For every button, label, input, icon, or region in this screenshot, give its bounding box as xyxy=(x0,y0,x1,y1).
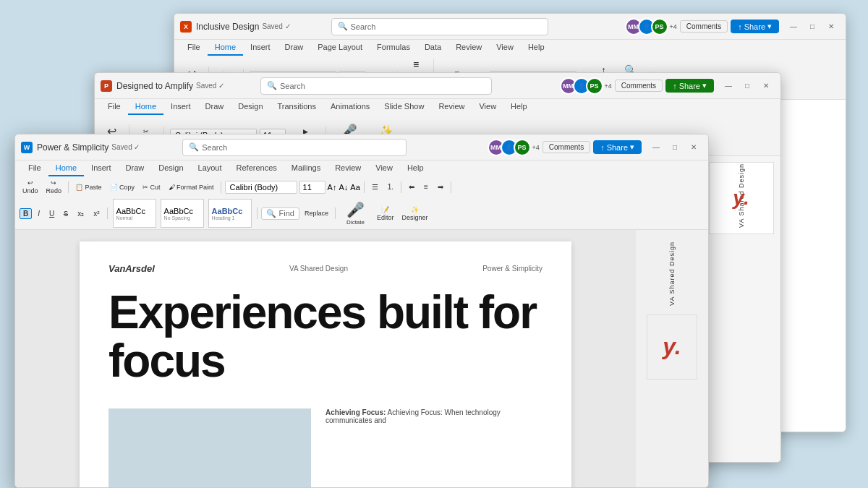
tab-home-amplify[interactable]: Home xyxy=(128,99,163,115)
tab-help-inclusive[interactable]: Help xyxy=(521,40,552,56)
tab-view-inclusive[interactable]: View xyxy=(489,40,521,56)
align-left-inclusive[interactable]: ≡ xyxy=(413,59,419,70)
comments-button-inclusive[interactable]: Comments xyxy=(680,20,728,33)
window-controls-amplify: — □ ✕ xyxy=(720,80,775,93)
underline-power[interactable]: U xyxy=(46,208,58,219)
maximize-button-amplify[interactable]: □ xyxy=(739,80,756,93)
change-case-power[interactable]: Aa xyxy=(350,183,359,192)
amplify-right-panel: VA Shared Design y. xyxy=(701,156,780,463)
minimize-button-amplify[interactable]: — xyxy=(720,80,737,93)
close-button-power[interactable]: ✕ xyxy=(685,141,702,154)
tab-file-amplify[interactable]: File xyxy=(101,99,128,115)
font-size-power[interactable]: 11 xyxy=(299,181,326,194)
maximize-button-inclusive[interactable]: □ xyxy=(804,20,821,33)
style-normal-power[interactable]: AaBbCc Normal xyxy=(113,199,156,228)
editor-button-power[interactable]: 📝 Editor xyxy=(374,205,397,223)
share-icon-inclusive: ↑ xyxy=(738,22,742,31)
align-left-power[interactable]: ⬅ xyxy=(405,181,418,192)
sep3-power xyxy=(364,181,365,193)
minimize-button-inclusive[interactable]: — xyxy=(785,20,802,33)
tab-layout-power[interactable]: Layout xyxy=(191,160,229,176)
share-button-amplify[interactable]: ↑ Share ▾ xyxy=(665,79,714,93)
tab-slideshow-amplify[interactable]: Slide Show xyxy=(377,99,431,115)
strikethrough-power[interactable]: S̶ xyxy=(60,208,72,219)
align-right-power[interactable]: ➡ xyxy=(434,181,447,192)
window-power-simplicity[interactable]: W Power & Simplicity Saved ✓ 🔍 Search MM… xyxy=(14,134,709,488)
tab-view-power[interactable]: View xyxy=(368,160,400,176)
format-paint-power[interactable]: 🖌 Format Paint xyxy=(166,182,217,192)
tab-insert-power[interactable]: Insert xyxy=(84,160,119,176)
tab-design-power[interactable]: Design xyxy=(151,160,190,176)
share-icon-power: ↑ xyxy=(600,143,605,152)
tab-design-amplify[interactable]: Design xyxy=(231,99,270,115)
font-size-down-power[interactable]: A↓ xyxy=(339,183,348,192)
avatar-ps: PS xyxy=(651,18,668,35)
doc-name-amplify: Designed to Amplify xyxy=(116,81,193,91)
tab-animations-amplify[interactable]: Animations xyxy=(323,99,377,115)
tab-draw-inclusive[interactable]: Draw xyxy=(278,40,311,56)
tab-draw-power[interactable]: Draw xyxy=(119,160,152,176)
tab-help-power[interactable]: Help xyxy=(400,160,431,176)
find-bar-power[interactable]: 🔍 Find xyxy=(261,207,299,220)
superscript-power[interactable]: x² xyxy=(90,208,103,219)
tab-references-power[interactable]: References xyxy=(229,160,284,176)
tab-draw-amplify[interactable]: Draw xyxy=(198,99,231,115)
tab-pagelayout-inclusive[interactable]: Page Layout xyxy=(310,40,370,56)
titlebar-actions-power: MM 👤 PS +4 Comments ↑ Share ▾ — □ ✕ xyxy=(488,139,702,156)
dictate-group-power: 🎤 Dictate xyxy=(339,200,372,227)
style-heading1-power[interactable]: AaBbCc Heading 1 xyxy=(208,199,252,228)
paste-button-power[interactable]: 📋 Paste xyxy=(72,182,105,192)
ribbon-tabs-inclusive: File Home Insert Draw Page Layout Formul… xyxy=(174,40,846,56)
font-dropdown-power[interactable]: Calibri (Body) xyxy=(225,181,297,194)
tab-home-inclusive[interactable]: Home xyxy=(208,40,243,56)
search-placeholder-inclusive: Search xyxy=(351,22,376,31)
search-box-amplify[interactable]: 🔍 Search xyxy=(260,77,492,95)
tab-insert-inclusive[interactable]: Insert xyxy=(243,40,278,56)
sep2-power xyxy=(221,181,221,193)
tab-file-power[interactable]: File xyxy=(21,160,48,176)
share-button-inclusive[interactable]: ↑ Share ▾ xyxy=(731,20,779,33)
copy-button-power[interactable]: 📄 Copy xyxy=(107,182,138,192)
tab-insert-amplify[interactable]: Insert xyxy=(163,99,198,115)
bold-power[interactable]: B xyxy=(20,208,32,219)
redo-button-power[interactable]: ↪ Redo xyxy=(43,178,65,196)
titlebar-power: W Power & Simplicity Saved ✓ 🔍 Search MM… xyxy=(15,134,708,160)
tab-view-amplify[interactable]: View xyxy=(472,99,503,115)
bullet-list-power[interactable]: ☰ xyxy=(368,181,382,192)
comments-button-amplify[interactable]: Comments xyxy=(615,80,663,92)
avatar-count-amplify: +4 xyxy=(605,82,612,90)
subscript-power[interactable]: x₂ xyxy=(74,208,88,219)
search-box-power[interactable]: 🔍 Search xyxy=(182,139,407,156)
share-button-power[interactable]: ↑ Share ▾ xyxy=(593,140,642,154)
align-center-power[interactable]: ≡ xyxy=(420,181,432,192)
minimize-button-power[interactable]: — xyxy=(647,141,665,154)
undo-button-power[interactable]: ↩ Undo xyxy=(20,178,41,196)
replace-button-power[interactable]: Replace xyxy=(302,208,331,218)
close-button-inclusive[interactable]: ✕ xyxy=(822,20,840,33)
tab-file-inclusive[interactable]: File xyxy=(180,40,208,56)
close-button-amplify[interactable]: ✕ xyxy=(757,80,775,93)
window-controls-inclusive: — □ ✕ xyxy=(785,20,840,33)
italic-power[interactable]: I xyxy=(34,208,43,219)
tab-review-amplify[interactable]: Review xyxy=(431,99,472,115)
numbered-list-power[interactable]: 1. xyxy=(384,181,397,192)
tab-home-power[interactable]: Home xyxy=(48,160,84,176)
font-size-up-power[interactable]: A↑ xyxy=(328,183,337,192)
share-chevron-power: ▾ xyxy=(630,142,634,152)
amplify-thumbnail: VA Shared Design y. xyxy=(709,162,774,234)
tab-data-inclusive[interactable]: Data xyxy=(417,40,448,56)
tab-transitions-amplify[interactable]: Transitions xyxy=(271,99,323,115)
dictate-button-power[interactable]: 🎤 Dictate xyxy=(344,200,367,227)
cut-button-power[interactable]: ✂ Cut xyxy=(140,182,163,192)
tab-help-amplify[interactable]: Help xyxy=(503,99,535,115)
tab-formulas-inclusive[interactable]: Formulas xyxy=(370,40,417,56)
tab-mailings-power[interactable]: Mailings xyxy=(284,160,328,176)
comments-button-power[interactable]: Comments xyxy=(542,141,590,153)
style-no-spacing-power[interactable]: AaBbCc No Spacing xyxy=(161,199,204,228)
tab-review-power[interactable]: Review xyxy=(328,160,368,176)
share-chevron-inclusive: ▾ xyxy=(767,22,772,31)
designer-button-power[interactable]: ✨ Designer xyxy=(399,205,431,223)
search-box-inclusive[interactable]: 🔍 Search xyxy=(331,18,548,35)
tab-review-inclusive[interactable]: Review xyxy=(448,40,489,56)
maximize-button-power[interactable]: □ xyxy=(666,141,684,154)
